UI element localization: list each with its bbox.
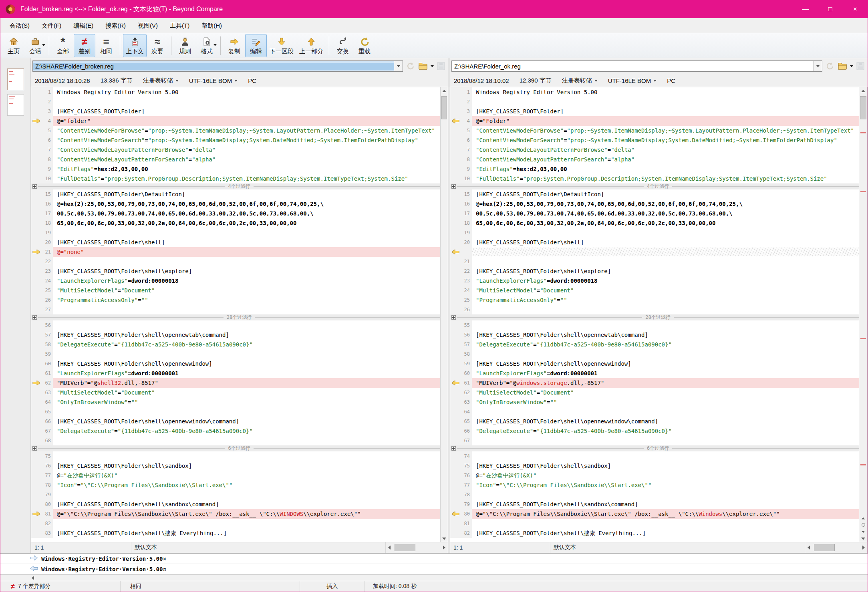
toolbar-button-swap[interactable]: 交换 bbox=[332, 34, 354, 57]
code-line[interactable]: 66"DelegateExecute"="{11dbb47c-a525-400b… bbox=[450, 426, 859, 436]
toolbar-button-show-context[interactable]: 上下文 bbox=[123, 34, 147, 57]
code-line[interactable]: 81 bbox=[450, 519, 859, 528]
refresh-file-icon[interactable] bbox=[405, 60, 416, 72]
right-format-caret-icon[interactable] bbox=[594, 80, 598, 82]
scroll-right-icon[interactable] bbox=[860, 542, 867, 553]
code-line[interactable]: 7"ContentViewModeLayoutPatternForBrowse"… bbox=[31, 145, 440, 155]
scroll-left-icon[interactable] bbox=[32, 576, 34, 580]
code-line[interactable]: 8"ContentViewModeLayoutPatternForSearch"… bbox=[450, 155, 859, 164]
save-file-icon[interactable] bbox=[855, 60, 866, 72]
code-line[interactable]: 56[HKEY_CLASSES_ROOT\Folder\shell\openne… bbox=[450, 330, 859, 340]
code-line[interactable]: 60"LaunchExplorerFlags"=dword:00000001 bbox=[450, 368, 859, 378]
code-line[interactable]: 77@="在沙盘中运行(&X)" bbox=[31, 471, 440, 480]
scroll-down-icon[interactable] bbox=[859, 535, 867, 542]
left-path-input[interactable]: Z:\SHARE\Folder_broken.reg bbox=[32, 60, 403, 72]
toolbar-button-show-diffs[interactable]: ≠差别 bbox=[74, 34, 95, 57]
code-line[interactable]: 79 bbox=[31, 490, 440, 499]
toolbar-button-show-same[interactable]: =相同 bbox=[95, 34, 117, 57]
code-line[interactable]: 67"DelegateExecute"="{11dbb47c-a525-400b… bbox=[31, 426, 440, 436]
code-line[interactable]: 10"FullDetails"="prop:System.PropGroup.D… bbox=[31, 174, 440, 183]
toolbar-button-next-section[interactable]: 下一区段 bbox=[267, 34, 296, 57]
right-path-input[interactable]: Z:\SHARE\Folder_ok.reg bbox=[451, 60, 822, 72]
missing-line-row[interactable] bbox=[450, 247, 859, 257]
code-line[interactable]: 78"Icon"="\"C:\\Program Files\\Sandboxie… bbox=[31, 480, 440, 490]
right-hscroll-track[interactable] bbox=[812, 542, 860, 553]
code-line[interactable]: 7"ContentViewModeLayoutPatternForBrowse"… bbox=[450, 145, 859, 155]
menu-item-2[interactable]: 编辑(E) bbox=[67, 18, 99, 33]
code-line[interactable]: 4@="folder" bbox=[31, 116, 440, 126]
code-line[interactable]: 58"DelegateExecute"="{11dbb47c-a525-400b… bbox=[31, 340, 440, 349]
code-line[interactable]: 76@="在沙盘中运行(&X)" bbox=[450, 471, 859, 480]
code-line[interactable]: 77"Icon"="\"C:\\Program Files\\Sandboxie… bbox=[450, 480, 859, 490]
code-line[interactable]: 59 bbox=[31, 349, 440, 359]
toolbar-button-show-all[interactable]: *全部 bbox=[52, 34, 74, 57]
code-line[interactable]: 16@=hex(2):25,00,53,00,79,00,73,00,74,00… bbox=[31, 199, 440, 209]
menu-item-5[interactable]: 工具(T) bbox=[164, 18, 195, 33]
code-line[interactable]: 1Windows Registry Editor Version 5.00 bbox=[450, 87, 859, 97]
code-line[interactable]: 6"ContentViewModeForSearch"="prop:~Syste… bbox=[31, 135, 440, 145]
detail-line[interactable]: Windows·Registry·Editor·Version·5.00¤ bbox=[0, 564, 868, 574]
left-vertical-scrollbar[interactable] bbox=[440, 87, 448, 542]
close-button[interactable]: × bbox=[843, 0, 868, 18]
dropdown-caret-icon[interactable] bbox=[42, 44, 45, 46]
right-encoding-dropdown[interactable]: UTF-16LE BOM bbox=[608, 77, 651, 84]
left-hscroll-thumb[interactable] bbox=[395, 544, 415, 551]
toolbar-button-copy[interactable]: 复制 bbox=[224, 34, 245, 57]
code-line[interactable]: 83[HKEY_CLASSES_ROOT\Folder\shell\搜索 Eve… bbox=[31, 528, 440, 538]
code-line[interactable]: 82[HKEY_CLASSES_ROOT\Folder\shell\搜索 Eve… bbox=[450, 528, 859, 538]
code-line[interactable]: 24"MultiSelectModel"="Document" bbox=[450, 286, 859, 295]
code-line[interactable]: 55 bbox=[450, 320, 859, 330]
code-line[interactable]: 3[HKEY_CLASSES_ROOT\Folder] bbox=[450, 107, 859, 116]
right-vertical-scrollbar[interactable] bbox=[859, 87, 867, 542]
prev-diff-icon[interactable] bbox=[859, 515, 867, 522]
code-line[interactable]: 58 bbox=[450, 349, 859, 359]
code-line[interactable]: 57"DelegateExecute"="{11dbb47c-a525-400b… bbox=[450, 340, 859, 349]
code-line[interactable]: 20[HKEY_CLASSES_ROOT\Folder\shell] bbox=[31, 238, 440, 247]
code-line[interactable]: 62"MUIVerb"="@shell32.dll,-8517" bbox=[31, 378, 440, 388]
code-line[interactable]: 63"OnlyInBrowserWindow"="" bbox=[450, 397, 859, 407]
code-line[interactable]: 1Windows Registry Editor Version 5.00 bbox=[31, 87, 440, 97]
code-line[interactable]: 62"MultiSelectModel"="Document" bbox=[450, 388, 859, 397]
code-line[interactable]: 19 bbox=[450, 228, 859, 238]
code-line[interactable]: 65[HKEY_CLASSES_ROOT\Folder\shell\openne… bbox=[450, 417, 859, 426]
code-line[interactable]: 75[HKEY_CLASSES_ROOT\Folder\shell\sandbo… bbox=[450, 461, 859, 471]
diff-location-tick[interactable] bbox=[860, 132, 866, 133]
code-line[interactable]: 27 bbox=[31, 305, 440, 314]
browse-folder-icon[interactable] bbox=[837, 60, 848, 72]
toolbar-button-sessions[interactable]: 会话 bbox=[24, 34, 46, 57]
scroll-up-icon[interactable] bbox=[441, 87, 448, 94]
code-line[interactable]: 57[HKEY_CLASSES_ROOT\Folder\shell\openne… bbox=[31, 330, 440, 340]
toolbar-button-format[interactable]: 格式 bbox=[196, 34, 218, 57]
code-line[interactable]: 60[HKEY_CLASSES_ROOT\Folder\shell\openne… bbox=[31, 359, 440, 368]
next-diff-icon[interactable] bbox=[859, 528, 867, 535]
right-hscroll-thumb[interactable] bbox=[814, 544, 835, 551]
code-line[interactable]: 18 65,00,6c,00,6c,00,33,00,32,00,2e,00,6… bbox=[31, 218, 440, 228]
code-line[interactable]: 25"MultiSelectModel"="Document" bbox=[31, 286, 440, 295]
code-line[interactable]: 26 bbox=[450, 305, 859, 314]
code-line[interactable]: 65 bbox=[31, 407, 440, 417]
right-scroll-thumb[interactable] bbox=[860, 96, 866, 119]
code-line[interactable]: 61"LaunchExplorerFlags"=dword:00000001 bbox=[31, 368, 440, 378]
code-line[interactable]: 26"ProgrammaticAccessOnly"="" bbox=[31, 295, 440, 305]
center-current-icon[interactable] bbox=[859, 522, 867, 528]
menu-item-3[interactable]: 搜索(R) bbox=[99, 18, 132, 33]
code-line[interactable]: 22 bbox=[31, 257, 440, 266]
scroll-up-icon[interactable] bbox=[859, 87, 867, 94]
toolbar-button-rules[interactable]: 规则 bbox=[174, 34, 196, 57]
detail-horizontal-scrollbar[interactable] bbox=[0, 574, 868, 581]
code-line[interactable]: 15[HKEY_CLASSES_ROOT\Folder\DefaultIcon] bbox=[450, 189, 859, 199]
code-line[interactable]: 64"OnlyInBrowserWindow"="" bbox=[31, 397, 440, 407]
scroll-left-icon[interactable] bbox=[386, 542, 393, 553]
browse-folder-dropdown-icon[interactable] bbox=[431, 65, 434, 67]
browse-folder-icon[interactable] bbox=[417, 60, 429, 72]
file-thumbnail[interactable] bbox=[7, 94, 24, 116]
left-scroll-track[interactable] bbox=[441, 94, 448, 535]
code-line[interactable]: 17 00,5c,00,53,00,79,00,73,00,74,00,65,0… bbox=[31, 209, 440, 218]
code-line[interactable]: 23[HKEY_CLASSES_ROOT\Folder\shell\explor… bbox=[31, 266, 440, 276]
save-file-icon[interactable] bbox=[435, 60, 447, 72]
code-line[interactable]: 3[HKEY_CLASSES_ROOT\Folder] bbox=[31, 107, 440, 116]
code-line[interactable]: 5"ContentViewModeForBrowse"="prop:~Syste… bbox=[31, 126, 440, 135]
detail-line[interactable]: Windows·Registry·Editor·Version·5.00¤ bbox=[0, 554, 868, 564]
expand-filtered-button[interactable] bbox=[32, 315, 37, 320]
code-line[interactable]: 6"ContentViewModeForSearch"="prop:~Syste… bbox=[450, 135, 859, 145]
